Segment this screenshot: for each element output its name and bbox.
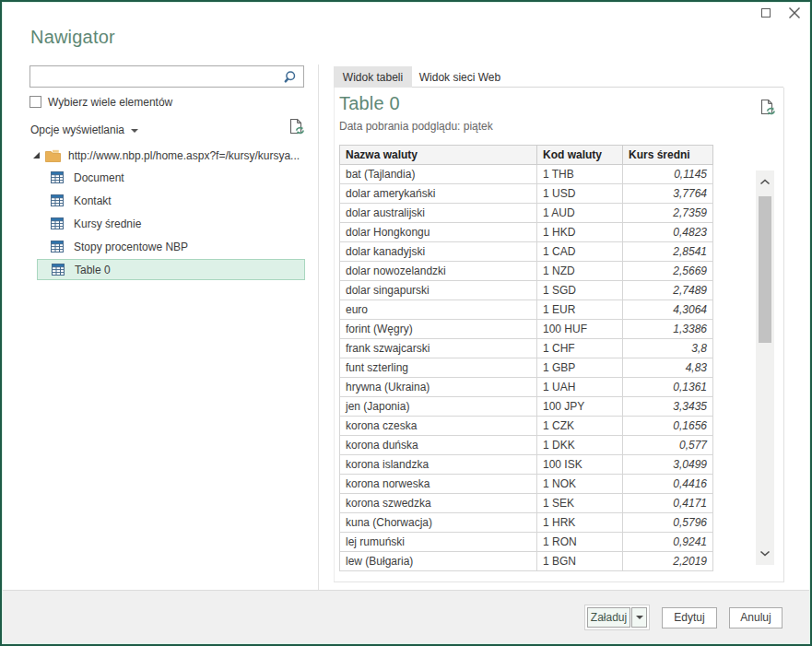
- cell-currency-code: 1 BGN: [537, 552, 623, 571]
- refresh-button-left[interactable]: [288, 117, 305, 139]
- vertical-scrollbar[interactable]: [756, 170, 774, 565]
- preview-pane-right-border: [783, 88, 784, 581]
- load-button[interactable]: Załaduj: [587, 607, 630, 628]
- folder-icon: [45, 149, 61, 162]
- cell-currency-code: 1 HKD: [537, 223, 623, 242]
- cell-currency-name: forint (Węgry): [340, 320, 537, 339]
- maximize-square-icon: [761, 8, 771, 18]
- cell-currency-name: dolar Hongkongu: [340, 223, 537, 242]
- table-row: dolar amerykański 1 USD 3,7764: [340, 184, 713, 204]
- cell-currency-code: 1 CAD: [537, 242, 623, 262]
- cell-rate: 2,5669: [623, 262, 713, 281]
- cell-rate: 3,8: [623, 339, 713, 358]
- tree-item-label: Stopy procentowe NBP: [74, 241, 188, 253]
- table-row: funt szterling 1 GBP 4,83: [340, 358, 713, 378]
- tab-table-view[interactable]: Widok tabeli: [334, 66, 412, 88]
- table-row: korona islandzka 100 ISK 3,0499: [340, 455, 713, 475]
- tree-root-row[interactable]: http://www.nbp.pl/home.aspx?f=/kursy/kur…: [32, 145, 309, 166]
- edit-button[interactable]: Edytuj: [662, 607, 717, 628]
- cell-rate: 4,3064: [623, 300, 713, 320]
- cell-currency-name: frank szwajcarski: [340, 339, 537, 358]
- table-row: dolar singapurski 1 SGD 2,7489: [340, 281, 713, 300]
- tree-item-selected[interactable]: Table 0: [37, 259, 305, 280]
- table-row: korona duńska 1 DKK 0,577: [340, 436, 713, 455]
- cell-currency-code: 1 UAH: [537, 378, 623, 397]
- display-options-label: Opcje wyświetlania: [30, 123, 124, 137]
- cell-currency-name: korona duńska: [340, 436, 537, 455]
- preview-subtitle: Data pobrania podglądu: piątek: [339, 120, 493, 133]
- cell-rate: 2,7359: [623, 204, 713, 223]
- cell-currency-name: korona czeska: [340, 417, 537, 436]
- cell-currency-code: 1 SGD: [537, 281, 623, 300]
- tree-item[interactable]: Stopy procentowe NBP: [37, 236, 305, 257]
- cell-currency-code: 1 NOK: [537, 475, 623, 494]
- tree-item[interactable]: Kursy średnie: [37, 213, 305, 234]
- cell-currency-code: 100 ISK: [537, 455, 623, 475]
- table-row: frank szwajcarski 1 CHF 3,8: [340, 339, 713, 358]
- tree-root-label: http://www.nbp.pl/home.aspx?f=/kursy/kur…: [68, 149, 300, 162]
- load-dropdown-button[interactable]: [631, 607, 647, 628]
- tab-web-view[interactable]: Widok sieci Web: [412, 66, 508, 88]
- table-row: dolar kanadyjski 1 CAD 2,8541: [340, 242, 713, 262]
- cell-rate: 2,2019: [623, 552, 713, 571]
- cell-currency-code: 1 THB: [537, 165, 623, 184]
- footer-divider: [0, 590, 812, 591]
- tree-expanded-arrow-icon[interactable]: [32, 151, 41, 159]
- search-box: [29, 65, 304, 88]
- chevron-up-icon[interactable]: [759, 179, 771, 185]
- table-row: korona norweska 1 NOK 0,4416: [340, 475, 713, 494]
- cell-rate: 0,577: [623, 436, 713, 455]
- cell-rate: 0,9241: [623, 533, 713, 552]
- cell-currency-code: 100 HUF: [537, 320, 623, 339]
- cell-rate: 0,5796: [623, 513, 713, 533]
- tree-item[interactable]: Kontakt: [37, 190, 305, 211]
- cell-rate: 0,4823: [623, 223, 713, 242]
- table-row: lej rumuński 1 RON 0,9241: [340, 533, 713, 552]
- cell-currency-code: 1 CZK: [537, 417, 623, 436]
- tree-item-label: Kursy średnie: [74, 217, 141, 230]
- refresh-button-right[interactable]: [759, 98, 776, 120]
- table-row: euro 1 EUR 4,3064: [340, 300, 713, 320]
- cell-currency-name: dolar australijski: [340, 204, 537, 223]
- cell-currency-code: 100 JPY: [537, 397, 623, 417]
- cell-rate: 3,0499: [623, 455, 713, 475]
- cell-rate: 0,1361: [623, 378, 713, 397]
- cell-currency-name: bat (Tajlandia): [340, 165, 537, 184]
- search-input[interactable]: [30, 66, 281, 87]
- scrollbar-thumb[interactable]: [759, 196, 771, 343]
- magnifier-icon[interactable]: [284, 70, 299, 85]
- cell-rate: 2,7489: [623, 281, 713, 300]
- maximize-button[interactable]: [760, 7, 771, 18]
- cell-rate: 1,3386: [623, 320, 713, 339]
- cell-currency-name: lej rumuński: [340, 533, 537, 552]
- table-row: kuna (Chorwacja) 1 HRK 0,5796: [340, 513, 713, 533]
- multi-select-checkbox[interactable]: [29, 96, 41, 108]
- preview-pane-bottom-border: [334, 581, 784, 582]
- cell-currency-name: lew (Bułgaria): [340, 552, 537, 571]
- multi-select-label: Wybierz wiele elementów: [48, 96, 172, 109]
- table-icon: [51, 217, 64, 229]
- table-row: jen (Japonia) 100 JPY 3,3435: [340, 397, 713, 417]
- tree-item-label: Table 0: [75, 264, 111, 276]
- display-options[interactable]: Opcje wyświetlania: [30, 121, 138, 135]
- preview-pane-left-border: [334, 88, 335, 581]
- cell-rate: 0,4171: [623, 494, 713, 513]
- chevron-down-icon[interactable]: [759, 550, 771, 557]
- load-split-button: Załaduj: [584, 605, 650, 630]
- table-row: korona szwedzka 1 SEK 0,4171: [340, 494, 713, 513]
- cell-currency-name: funt szterling: [340, 358, 537, 378]
- table-row: lew (Bułgaria) 1 BGN 2,2019: [340, 552, 713, 571]
- cell-currency-name: korona szwedzka: [340, 494, 537, 513]
- table-icon: [51, 194, 64, 206]
- table-icon: [51, 241, 64, 253]
- table-header-row: Nazwa waluty Kod waluty Kurs średni: [340, 146, 713, 165]
- cell-rate: 3,7764: [623, 184, 713, 204]
- column-header: Nazwa waluty: [340, 146, 537, 165]
- close-button[interactable]: [788, 6, 801, 19]
- table-row: forint (Węgry) 100 HUF 1,3386: [340, 320, 713, 339]
- cancel-button[interactable]: Anuluj: [729, 607, 783, 628]
- table-row: dolar nowozelandzki 1 NZD 2,5669: [340, 262, 713, 281]
- table-row: hrywna (Ukraina) 1 UAH 0,1361: [340, 378, 713, 397]
- tree-item[interactable]: Document: [37, 167, 305, 188]
- column-header: Kod waluty: [537, 146, 623, 165]
